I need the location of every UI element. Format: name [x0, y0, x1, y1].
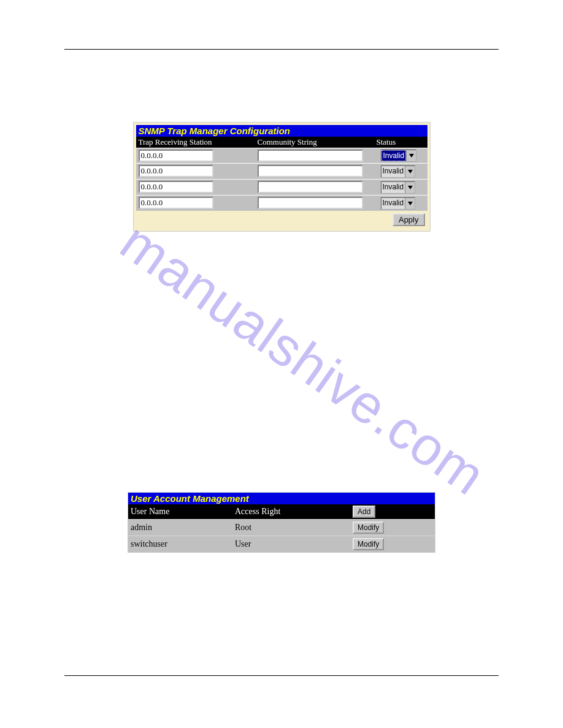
trap-station-input[interactable]	[139, 150, 213, 162]
status-value: Invalid	[381, 198, 405, 209]
snmp-row: Invalid	[136, 195, 427, 211]
community-string-input[interactable]	[258, 197, 363, 209]
community-string-input[interactable]	[258, 165, 363, 177]
col-header-username: User Name	[128, 506, 232, 518]
apply-button[interactable]: Apply	[393, 213, 425, 226]
modify-button[interactable]: Modify	[353, 538, 384, 550]
snmp-header-row: Trap Receiving Station Community String …	[136, 137, 427, 148]
snmp-row: Invalid	[136, 148, 427, 163]
status-value: Invalid	[381, 166, 405, 177]
snmp-row: Invalid	[136, 179, 427, 195]
user-row: admin Root Modify	[128, 519, 435, 536]
user-header-row: User Name Access Right Add	[128, 504, 435, 519]
bottom-rule	[64, 675, 499, 676]
status-select[interactable]: Invalid	[381, 165, 416, 178]
svg-marker-3	[408, 202, 413, 205]
watermark: manualshive.com	[109, 210, 497, 507]
snmp-title: SNMP Trap Manager Configuration	[136, 125, 427, 137]
col-header-community: Community String	[255, 137, 374, 148]
col-header-status: Status	[374, 137, 427, 148]
chevron-down-icon	[405, 198, 415, 209]
status-select[interactable]: Invalid	[381, 197, 416, 210]
svg-marker-2	[408, 186, 413, 189]
community-string-input[interactable]	[258, 181, 363, 193]
user-access-cell: User	[232, 537, 350, 551]
modify-button[interactable]: Modify	[353, 521, 384, 534]
trap-station-input[interactable]	[139, 181, 213, 193]
chevron-down-icon	[405, 166, 415, 177]
user-name-cell: admin	[128, 521, 232, 534]
user-row: switchuser User Modify	[128, 536, 435, 552]
user-access-cell: Root	[232, 521, 350, 534]
col-header-access: Access Right	[232, 506, 350, 518]
status-select[interactable]: Invalid	[381, 181, 416, 194]
apply-row: Apply	[136, 211, 427, 229]
chevron-down-icon	[406, 150, 416, 161]
trap-station-input[interactable]	[139, 197, 213, 209]
col-header-station: Trap Receiving Station	[136, 137, 255, 148]
status-select[interactable]: Invalid	[381, 150, 417, 162]
svg-marker-1	[408, 170, 413, 173]
status-value: Invalid	[381, 150, 407, 161]
add-button[interactable]: Add	[353, 506, 375, 518]
trap-station-input[interactable]	[139, 165, 213, 177]
snmp-panel: SNMP Trap Manager Configuration Trap Rec…	[133, 122, 431, 232]
top-rule	[64, 49, 499, 50]
snmp-row: Invalid	[136, 163, 427, 179]
page: manualshive.com SNMP Trap Manager Config…	[0, 0, 563, 728]
svg-marker-0	[409, 154, 414, 157]
status-value: Invalid	[381, 182, 405, 193]
user-name-cell: switchuser	[128, 537, 232, 551]
user-title: User Account Management	[128, 493, 435, 504]
user-account-panel: User Account Management User Name Access…	[128, 492, 435, 553]
chevron-down-icon	[405, 182, 415, 193]
community-string-input[interactable]	[258, 150, 363, 162]
